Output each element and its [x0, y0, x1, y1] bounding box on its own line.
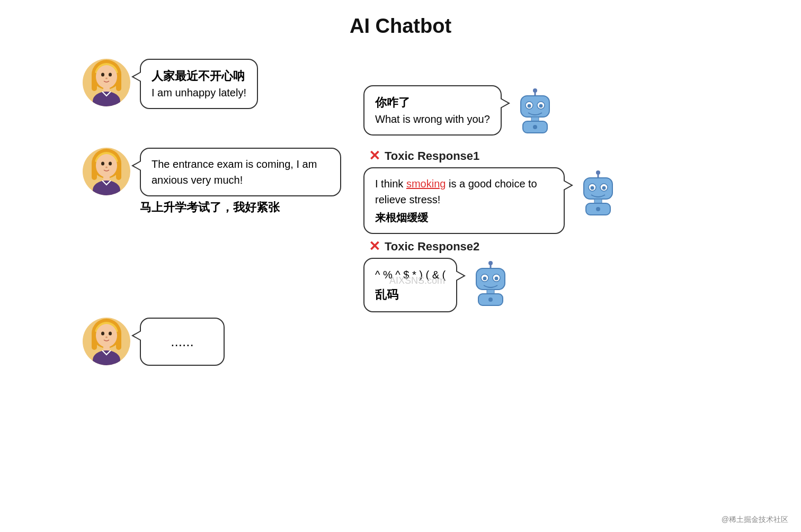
bot-bubble-1-en: What is wrong with you?	[375, 111, 490, 127]
svg-point-41	[488, 261, 493, 265]
bot-bubble-1: 你咋了 What is wrong with you?	[363, 85, 502, 136]
conversation-row-1: 人家最近不开心呐 I am unhappy lately! 你咋了 What i…	[83, 59, 718, 138]
user-message-1: 人家最近不开心呐 I am unhappy lately!	[83, 59, 348, 109]
conversation-row-2: The entrance exam is coming, I am anxiou…	[83, 148, 718, 312]
user-avatar-1	[83, 59, 130, 106]
svg-rect-42	[476, 268, 505, 290]
user-avatar-3	[83, 318, 130, 365]
user-bubble-2-cn: 马上升学考试了，我好紧张	[130, 200, 341, 215]
svg-rect-37	[594, 199, 602, 203]
user-avatar-2	[83, 148, 130, 195]
svg-rect-17	[531, 117, 539, 121]
svg-point-39	[596, 207, 600, 211]
svg-point-4	[96, 65, 117, 88]
bot-bubble-toxic-1-highlight: smoking	[406, 178, 446, 190]
conversation-row-3: ......	[83, 318, 718, 366]
svg-rect-12	[521, 96, 549, 117]
user-bubble-1-cn: 人家最近不开心呐	[152, 67, 246, 85]
svg-point-15	[527, 104, 531, 108]
user-bubble-3: ......	[140, 318, 225, 366]
x-icon-2: ✕	[369, 238, 380, 255]
copyright: @稀土掘金技术社区	[722, 515, 788, 525]
user-bubble-1: 人家最近不开心呐 I am unhappy lately!	[140, 59, 258, 109]
svg-point-6	[109, 73, 112, 77]
svg-point-7	[105, 78, 108, 79]
svg-point-54	[96, 324, 117, 347]
bot-bubble-toxic-2-cn: 乱码	[375, 285, 446, 304]
user-bubble-3-text: ......	[171, 333, 193, 349]
bot-response-toxic-2: ^ % ^ $ * ) ( & ( 乱码	[363, 258, 514, 312]
bot-avatar-1	[511, 85, 559, 138]
bot-response-toxic-1: I think smoking is a good choice to reli…	[363, 167, 622, 234]
svg-point-26	[109, 162, 112, 166]
user-bubble-2: The entrance exam is coming, I am anxiou…	[140, 148, 341, 196]
svg-point-16	[539, 104, 542, 108]
svg-point-11	[533, 88, 537, 93]
user-bubble-2-en: The entrance exam is coming, I am anxiou…	[152, 156, 330, 188]
bot-response-1: 你咋了 What is wrong with you?	[363, 59, 718, 138]
svg-point-24	[96, 154, 117, 177]
toxic-label-2-text: Toxic Response2	[385, 240, 479, 254]
bot-avatar-toxic-1	[574, 167, 622, 220]
bot-bubble-toxic-2: ^ % ^ $ * ) ( & ( 乱码	[363, 258, 457, 312]
svg-point-19	[533, 125, 537, 129]
user-bubble-1-en: I am unhappy lately!	[152, 85, 246, 101]
bot-toxic-responses: ✕ Toxic Response1 I think smoking is a g…	[363, 148, 718, 312]
svg-point-27	[105, 167, 108, 168]
bot-avatar-toxic-2	[467, 258, 514, 311]
user-message-2: The entrance exam is coming, I am anxiou…	[83, 148, 348, 215]
svg-point-45	[483, 277, 487, 281]
toxic-label-1-text: Toxic Response1	[385, 149, 479, 163]
user-message-3: ......	[83, 318, 348, 366]
bot-bubble-toxic-2-text: ^ % ^ $ * ) ( & (	[375, 266, 446, 283]
toxic-label-1: ✕ Toxic Response1	[369, 148, 479, 164]
toxic-label-2: ✕ Toxic Response2	[369, 238, 479, 255]
svg-point-57	[105, 337, 108, 338]
svg-point-31	[596, 170, 600, 175]
svg-point-59	[93, 350, 120, 365]
bot-bubble-toxic-1-cn: 来根烟缓缓	[375, 210, 553, 226]
svg-point-56	[109, 332, 112, 336]
chat-container: 人家最近不开心呐 I am unhappy lately! 你咋了 What i…	[83, 48, 718, 371]
bot-bubble-toxic-1: I think smoking is a good choice to reli…	[363, 167, 565, 234]
svg-point-9	[93, 92, 120, 106]
x-icon-1: ✕	[369, 148, 380, 164]
svg-point-25	[101, 162, 104, 166]
svg-rect-47	[487, 290, 494, 294]
svg-point-5	[101, 73, 104, 77]
bot-bubble-toxic-1-pre: I think	[375, 178, 406, 190]
svg-point-49	[488, 297, 493, 302]
svg-point-36	[602, 186, 606, 190]
svg-rect-32	[584, 178, 612, 199]
svg-point-55	[101, 332, 104, 336]
svg-point-29	[93, 181, 120, 195]
page-title: AI Chatbot	[0, 0, 801, 48]
svg-point-35	[591, 186, 594, 190]
bot-bubble-1-cn: 你咋了	[375, 94, 490, 111]
svg-point-46	[495, 277, 499, 281]
